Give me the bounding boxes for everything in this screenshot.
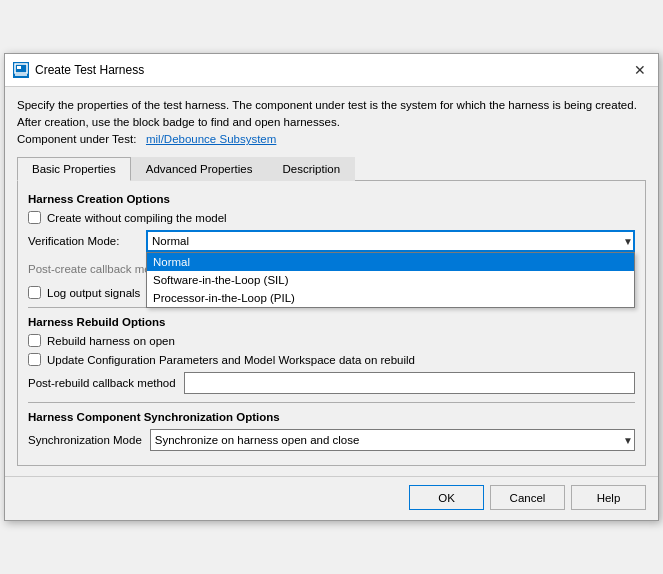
- rebuild-on-open-checkbox[interactable]: [28, 334, 41, 347]
- title-bar-left: Create Test Harness: [13, 62, 144, 78]
- log-output-label: Log output signals: [47, 287, 140, 299]
- tab-description[interactable]: Description: [268, 157, 356, 181]
- cancel-button[interactable]: Cancel: [490, 485, 565, 510]
- verification-mode-dropdown-container: Normal ▼ Normal Software-in-the-Loop (SI…: [146, 230, 635, 252]
- dialog-title: Create Test Harness: [35, 63, 144, 77]
- verification-mode-dropdown-list: Normal Software-in-the-Loop (SIL) Proces…: [146, 252, 635, 308]
- dialog-body: Specify the properties of the test harne…: [5, 87, 658, 477]
- post-rebuild-label: Post-rebuild callback method: [28, 377, 176, 389]
- create-without-compile-label: Create without compiling the model: [47, 212, 227, 224]
- help-button[interactable]: Help: [571, 485, 646, 510]
- separator-2: [28, 402, 635, 403]
- tab-content: Harness Creation Options Create without …: [17, 181, 646, 466]
- verification-mode-row: Verification Mode: Normal ▼ Normal Softw…: [28, 230, 635, 252]
- sync-section-label: Harness Component Synchronization Option…: [28, 411, 635, 423]
- harness-creation-section-label: Harness Creation Options: [28, 193, 635, 205]
- sync-mode-dropdown-container: Synchronize on harness open and close Al…: [150, 429, 635, 451]
- update-config-checkbox[interactable]: [28, 353, 41, 366]
- rebuild-on-open-row: Rebuild harness on open: [28, 334, 635, 347]
- post-rebuild-row: Post-rebuild callback method: [28, 372, 635, 394]
- description-text: Specify the properties of the test harne…: [17, 97, 646, 149]
- component-link[interactable]: mil/Debounce Subsystem: [146, 133, 276, 145]
- sync-mode-label: Synchronization Mode: [28, 434, 142, 446]
- verification-option-normal[interactable]: Normal: [147, 253, 634, 271]
- tab-advanced[interactable]: Advanced Properties: [131, 157, 268, 181]
- log-output-checkbox[interactable]: [28, 286, 41, 299]
- update-config-row: Update Configuration Parameters and Mode…: [28, 353, 635, 366]
- close-button[interactable]: ✕: [630, 60, 650, 80]
- dialog-icon: [13, 62, 29, 78]
- create-without-compile-row: Create without compiling the model: [28, 211, 635, 224]
- sync-mode-row: Synchronization Mode Synchronize on harn…: [28, 429, 635, 451]
- harness-rebuild-section-label: Harness Rebuild Options: [28, 316, 635, 328]
- dialog: Create Test Harness ✕ Specify the proper…: [4, 53, 659, 522]
- rebuild-on-open-label: Rebuild harness on open: [47, 335, 175, 347]
- update-config-label: Update Configuration Parameters and Mode…: [47, 354, 415, 366]
- button-row: OK Cancel Help: [5, 476, 658, 520]
- tab-basic[interactable]: Basic Properties: [17, 157, 131, 181]
- create-without-compile-checkbox[interactable]: [28, 211, 41, 224]
- svg-rect-1: [17, 66, 21, 69]
- verification-option-sil[interactable]: Software-in-the-Loop (SIL): [147, 271, 634, 289]
- verification-mode-selected[interactable]: Normal: [146, 230, 635, 252]
- ok-button[interactable]: OK: [409, 485, 484, 510]
- verification-option-pil[interactable]: Processor-in-the-Loop (PIL): [147, 289, 634, 307]
- verification-mode-label: Verification Mode:: [28, 235, 138, 247]
- title-bar: Create Test Harness ✕: [5, 54, 658, 87]
- tabs: Basic Properties Advanced Properties Des…: [17, 156, 646, 181]
- post-rebuild-input[interactable]: [184, 372, 635, 394]
- sync-mode-select[interactable]: Synchronize on harness open and close Al…: [150, 429, 635, 451]
